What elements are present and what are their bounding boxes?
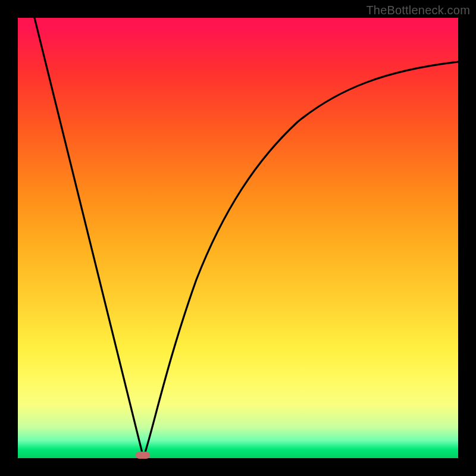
curve-svg: [18, 18, 458, 458]
minimum-marker: [136, 452, 150, 459]
watermark: TheBottleneck.com: [366, 4, 470, 17]
plot-area: [18, 18, 458, 458]
curve-path: [35, 18, 458, 456]
chart-frame: TheBottleneck.com: [0, 0, 476, 476]
